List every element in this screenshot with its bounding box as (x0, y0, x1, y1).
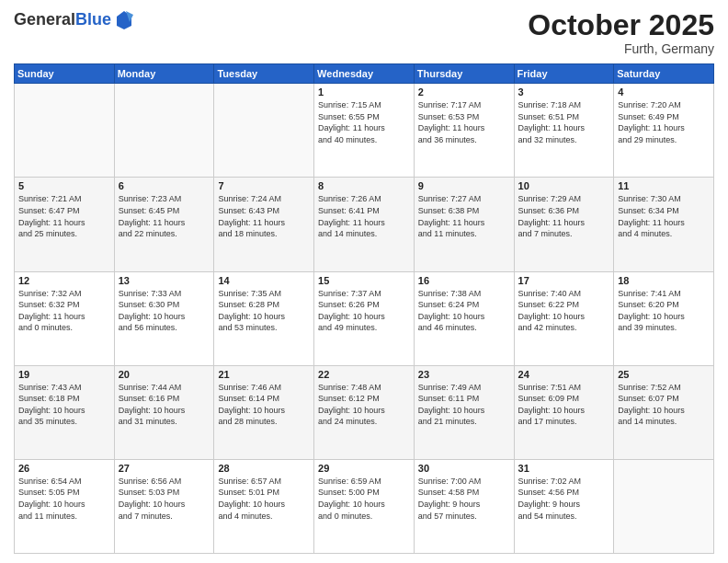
day-number: 12 (18, 275, 110, 286)
calendar-cell: 31Sunrise: 7:02 AM Sunset: 4:56 PM Dayli… (514, 459, 614, 553)
cell-content: Sunrise: 7:29 AM Sunset: 6:36 PM Dayligh… (518, 193, 610, 239)
header: GeneralBlue October 2025 Furth, Germany (14, 9, 714, 56)
calendar-cell: 30Sunrise: 7:00 AM Sunset: 4:58 PM Dayli… (414, 459, 514, 553)
calendar-cell: 6Sunrise: 7:23 AM Sunset: 6:45 PM Daylig… (114, 178, 214, 271)
day-number: 9 (418, 180, 510, 191)
day-number: 26 (18, 463, 110, 474)
day-number: 31 (518, 463, 610, 474)
cell-content: Sunrise: 7:21 AM Sunset: 6:47 PM Dayligh… (18, 193, 110, 239)
calendar-cell: 5Sunrise: 7:21 AM Sunset: 6:47 PM Daylig… (15, 178, 115, 271)
day-number: 27 (119, 463, 210, 474)
cell-content: Sunrise: 7:35 AM Sunset: 6:28 PM Dayligh… (218, 288, 310, 334)
day-number: 19 (18, 369, 110, 380)
calendar-cell: 17Sunrise: 7:40 AM Sunset: 6:22 PM Dayli… (514, 271, 614, 365)
cell-content: Sunrise: 7:48 AM Sunset: 6:12 PM Dayligh… (318, 382, 410, 428)
calendar-cell: 7Sunrise: 7:24 AM Sunset: 6:43 PM Daylig… (214, 178, 314, 271)
day-number: 18 (618, 275, 710, 286)
day-number: 23 (418, 369, 510, 380)
month-title: October 2025 (528, 9, 714, 41)
day-number: 13 (119, 275, 210, 286)
day-number: 4 (618, 86, 710, 98)
week-row-2: 5Sunrise: 7:21 AM Sunset: 6:47 PM Daylig… (15, 178, 714, 271)
cell-content: Sunrise: 7:26 AM Sunset: 6:41 PM Dayligh… (318, 193, 410, 239)
calendar-cell: 1Sunrise: 7:15 AM Sunset: 6:55 PM Daylig… (314, 84, 415, 178)
calendar-cell: 19Sunrise: 7:43 AM Sunset: 6:18 PM Dayli… (15, 365, 115, 459)
week-row-4: 19Sunrise: 7:43 AM Sunset: 6:18 PM Dayli… (15, 365, 714, 459)
cell-content: Sunrise: 6:59 AM Sunset: 5:00 PM Dayligh… (318, 476, 410, 522)
cell-content: Sunrise: 7:52 AM Sunset: 6:07 PM Dayligh… (618, 382, 710, 428)
day-number: 14 (218, 275, 310, 286)
weekday-header-friday: Friday (514, 64, 614, 84)
cell-content: Sunrise: 7:46 AM Sunset: 6:14 PM Dayligh… (218, 382, 310, 428)
day-number: 17 (518, 275, 610, 286)
cell-content: Sunrise: 6:57 AM Sunset: 5:01 PM Dayligh… (218, 476, 310, 522)
calendar-cell: 12Sunrise: 7:32 AM Sunset: 6:32 PM Dayli… (15, 271, 115, 365)
cell-content: Sunrise: 7:02 AM Sunset: 4:56 PM Dayligh… (518, 476, 610, 522)
day-number: 3 (518, 86, 610, 98)
day-number: 2 (418, 86, 510, 98)
calendar-cell: 4Sunrise: 7:20 AM Sunset: 6:49 PM Daylig… (614, 84, 714, 178)
calendar-cell: 13Sunrise: 7:33 AM Sunset: 6:30 PM Dayli… (114, 271, 214, 365)
day-number: 7 (218, 180, 310, 191)
cell-content: Sunrise: 7:43 AM Sunset: 6:18 PM Dayligh… (18, 382, 110, 428)
calendar-table: SundayMondayTuesdayWednesdayThursdayFrid… (14, 63, 714, 554)
calendar-page: GeneralBlue October 2025 Furth, Germany … (0, 0, 728, 563)
calendar-cell (15, 84, 115, 178)
day-number: 21 (218, 369, 310, 380)
calendar-cell: 26Sunrise: 6:54 AM Sunset: 5:05 PM Dayli… (15, 459, 115, 553)
calendar-cell: 25Sunrise: 7:52 AM Sunset: 6:07 PM Dayli… (614, 365, 714, 459)
weekday-header-monday: Monday (114, 64, 214, 84)
day-number: 29 (318, 463, 410, 474)
calendar-cell: 8Sunrise: 7:26 AM Sunset: 6:41 PM Daylig… (314, 178, 415, 271)
day-number: 24 (518, 369, 610, 380)
title-block: October 2025 Furth, Germany (528, 9, 714, 56)
calendar-cell: 16Sunrise: 7:38 AM Sunset: 6:24 PM Dayli… (414, 271, 514, 365)
cell-content: Sunrise: 7:51 AM Sunset: 6:09 PM Dayligh… (518, 382, 610, 428)
day-number: 5 (18, 180, 110, 191)
week-row-5: 26Sunrise: 6:54 AM Sunset: 5:05 PM Dayli… (15, 459, 714, 553)
calendar-cell: 27Sunrise: 6:56 AM Sunset: 5:03 PM Dayli… (114, 459, 214, 553)
logo: GeneralBlue (14, 9, 135, 31)
week-row-1: 1Sunrise: 7:15 AM Sunset: 6:55 PM Daylig… (15, 84, 714, 178)
day-number: 25 (618, 369, 710, 380)
day-number: 10 (518, 180, 610, 191)
calendar-cell: 9Sunrise: 7:27 AM Sunset: 6:38 PM Daylig… (414, 178, 514, 271)
cell-content: Sunrise: 7:33 AM Sunset: 6:30 PM Dayligh… (119, 288, 210, 334)
calendar-cell: 2Sunrise: 7:17 AM Sunset: 6:53 PM Daylig… (414, 84, 514, 178)
cell-content: Sunrise: 7:27 AM Sunset: 6:38 PM Dayligh… (418, 193, 510, 239)
weekday-header-saturday: Saturday (614, 64, 714, 84)
cell-content: Sunrise: 7:40 AM Sunset: 6:22 PM Dayligh… (518, 288, 610, 334)
calendar-cell: 21Sunrise: 7:46 AM Sunset: 6:14 PM Dayli… (214, 365, 314, 459)
calendar-cell: 24Sunrise: 7:51 AM Sunset: 6:09 PM Dayli… (514, 365, 614, 459)
week-row-3: 12Sunrise: 7:32 AM Sunset: 6:32 PM Dayli… (15, 271, 714, 365)
cell-content: Sunrise: 7:41 AM Sunset: 6:20 PM Dayligh… (618, 288, 710, 334)
calendar-cell: 23Sunrise: 7:49 AM Sunset: 6:11 PM Dayli… (414, 365, 514, 459)
cell-content: Sunrise: 7:18 AM Sunset: 6:51 PM Dayligh… (518, 99, 610, 145)
cell-content: Sunrise: 7:37 AM Sunset: 6:26 PM Dayligh… (318, 288, 410, 334)
cell-content: Sunrise: 7:24 AM Sunset: 6:43 PM Dayligh… (218, 193, 310, 239)
day-number: 22 (318, 369, 410, 380)
calendar-cell: 22Sunrise: 7:48 AM Sunset: 6:12 PM Dayli… (314, 365, 415, 459)
calendar-cell: 14Sunrise: 7:35 AM Sunset: 6:28 PM Dayli… (214, 271, 314, 365)
day-number: 11 (618, 180, 710, 191)
cell-content: Sunrise: 7:17 AM Sunset: 6:53 PM Dayligh… (418, 99, 510, 145)
cell-content: Sunrise: 7:00 AM Sunset: 4:58 PM Dayligh… (418, 476, 510, 522)
cell-content: Sunrise: 6:54 AM Sunset: 5:05 PM Dayligh… (18, 476, 110, 522)
calendar-cell: 10Sunrise: 7:29 AM Sunset: 6:36 PM Dayli… (514, 178, 614, 271)
logo-blue-text: Blue (75, 10, 111, 29)
cell-content: Sunrise: 7:32 AM Sunset: 6:32 PM Dayligh… (18, 288, 110, 334)
cell-content: Sunrise: 7:49 AM Sunset: 6:11 PM Dayligh… (418, 382, 510, 428)
logo-general-text: General (14, 10, 75, 29)
cell-content: Sunrise: 7:20 AM Sunset: 6:49 PM Dayligh… (618, 99, 710, 145)
calendar-cell: 20Sunrise: 7:44 AM Sunset: 6:16 PM Dayli… (114, 365, 214, 459)
calendar-cell: 11Sunrise: 7:30 AM Sunset: 6:34 PM Dayli… (614, 178, 714, 271)
cell-content: Sunrise: 7:15 AM Sunset: 6:55 PM Dayligh… (318, 99, 410, 145)
calendar-cell (214, 84, 314, 178)
day-number: 1 (318, 86, 410, 98)
day-number: 15 (318, 275, 410, 286)
day-number: 30 (418, 463, 510, 474)
cell-content: Sunrise: 7:30 AM Sunset: 6:34 PM Dayligh… (618, 193, 710, 239)
day-number: 8 (318, 180, 410, 191)
day-number: 28 (218, 463, 310, 474)
calendar-cell: 29Sunrise: 6:59 AM Sunset: 5:00 PM Dayli… (314, 459, 415, 553)
